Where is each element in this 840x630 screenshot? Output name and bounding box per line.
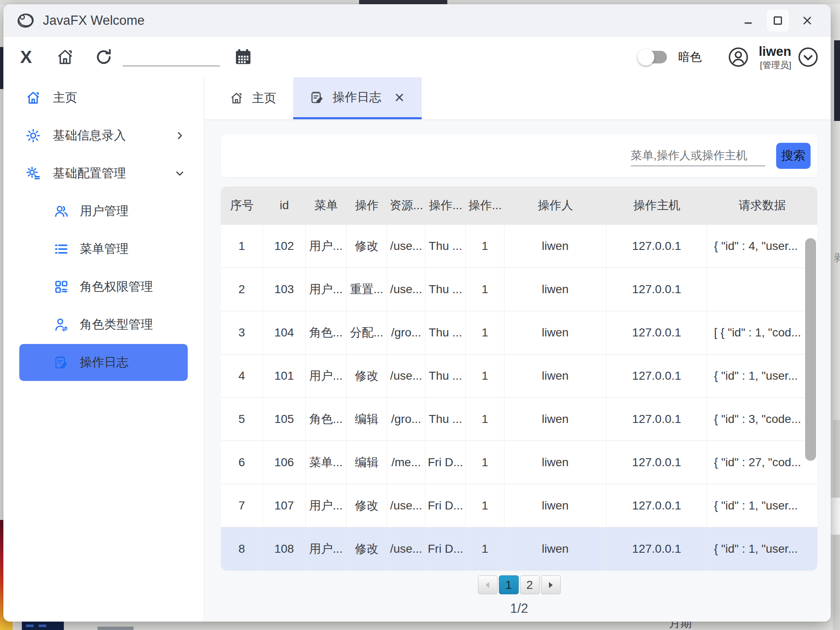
column-header[interactable]: id — [263, 199, 306, 212]
column-header[interactable]: 序号 — [221, 197, 263, 213]
table-cell: liwen — [504, 441, 606, 484]
sidebar-item-label: 菜单管理 — [80, 241, 129, 257]
table-cell: liwen — [504, 311, 606, 354]
table-header: 序号id菜单操作资源...操作...操作...操作人操作主机请求数据 — [221, 186, 817, 224]
app-logo-icon — [16, 11, 35, 30]
table-row[interactable]: 7107用户...修改/use...Fri D...1liwen127.0.0.… — [221, 484, 817, 527]
toolbar-input[interactable] — [123, 48, 220, 66]
dark-mode-toggle[interactable] — [639, 51, 667, 63]
background-artifact — [831, 498, 840, 535]
table-cell: 修改 — [346, 354, 387, 397]
table-cell: Thu ... — [425, 311, 466, 354]
table-cell: 5 — [221, 398, 263, 441]
tab-home[interactable]: 主页 — [213, 77, 293, 119]
home-icon — [229, 91, 244, 105]
sidebar-item-label: 用户管理 — [80, 203, 129, 220]
maximize-button[interactable] — [767, 10, 789, 32]
column-header[interactable]: 菜单 — [306, 197, 346, 213]
column-header[interactable]: 操作... — [425, 197, 466, 213]
column-header[interactable]: 请求数据 — [707, 197, 817, 213]
page-button-2[interactable]: 2 — [520, 575, 540, 594]
app-window: JavaFX Welcome X — [3, 4, 831, 622]
column-header[interactable]: 操作 — [346, 197, 387, 213]
tab-close-icon[interactable] — [394, 92, 405, 103]
chevron-right-icon — [174, 130, 185, 141]
search-button[interactable]: 搜索 — [776, 143, 811, 169]
gear-config-icon — [25, 165, 41, 181]
table-cell — [707, 268, 817, 311]
table-cell: 角色... — [306, 311, 346, 354]
user-avatar-icon[interactable] — [727, 46, 749, 68]
table-row[interactable]: 4101用户...修改/use...Thu ...1liwen127.0.0.1… — [221, 354, 817, 397]
table-cell: 103 — [263, 268, 306, 311]
table-cell: Fri D... — [425, 484, 466, 527]
table-cell: 1 — [466, 484, 504, 527]
toolbar: X 暗色 — [3, 37, 831, 77]
table-cell: 2 — [221, 268, 263, 311]
sidebar-item-label: 基础配置管理 — [53, 165, 126, 182]
table-cell: Thu ... — [425, 225, 466, 268]
table-vertical-scrollbar[interactable] — [805, 238, 816, 461]
sidebar-item-role-type-mgmt[interactable]: 角色类型管理 — [3, 306, 204, 344]
table-row[interactable]: 1102用户...修改/use...Thu ...1liwen127.0.0.1… — [221, 224, 817, 268]
column-header[interactable]: 资源... — [387, 197, 425, 213]
page-button-1[interactable]: 1 — [499, 575, 519, 594]
table-cell: /use... — [387, 354, 425, 397]
sidebar-item-operation-log[interactable]: 操作日志 — [19, 344, 188, 381]
sidebar-item-menu-mgmt[interactable]: 菜单管理 — [3, 230, 204, 268]
column-header[interactable]: 操作主机 — [606, 197, 707, 213]
table-cell: liwen — [504, 484, 606, 527]
sidebar-item-user-mgmt[interactable]: 用户管理 — [3, 192, 204, 230]
table-cell: 1 — [466, 225, 504, 268]
table-row[interactable]: 2103用户...重置.../use...Thu ...1liwen127.0.… — [221, 268, 817, 311]
table-cell: Thu ... — [425, 398, 466, 441]
table-cell: 修改 — [346, 484, 387, 527]
search-input[interactable] — [631, 145, 765, 166]
table-cell: liwen — [504, 398, 606, 441]
table-row[interactable]: 6106菜单...编辑/me...Fri D...1liwen127.0.0.1… — [221, 441, 817, 484]
sidebar-item-role-permission-mgmt[interactable]: 角色权限管理 — [3, 268, 204, 306]
title-bar: JavaFX Welcome — [3, 4, 831, 37]
minimize-button[interactable] — [738, 10, 759, 32]
background-partial-text: 剥 — [834, 251, 840, 265]
search-bar: 搜索 — [221, 134, 817, 177]
tab-operation-log[interactable]: 操作日志 — [293, 77, 422, 119]
sidebar: 主页 基础信息录入 基础配置管理 — [3, 77, 204, 622]
table-cell: 127.0.0.1 — [606, 268, 707, 311]
next-page-button[interactable] — [541, 575, 561, 594]
column-header[interactable]: 操作... — [466, 197, 504, 213]
column-header[interactable]: 操作人 — [504, 197, 606, 213]
background-artifact — [22, 622, 64, 630]
user-menu-chevron-icon[interactable] — [797, 46, 819, 68]
notepad-edit-icon — [54, 355, 69, 370]
table-cell: 用户... — [306, 354, 346, 397]
prev-page-button[interactable] — [478, 575, 498, 594]
page-summary: 1/2 — [510, 601, 528, 616]
table-cell: 127.0.0.1 — [606, 398, 707, 441]
page-operation-log: 搜索 序号id菜单操作资源...操作...操作...操作人操作主机请求数据 11… — [204, 119, 831, 622]
sidebar-item-home[interactable]: 主页 — [3, 79, 204, 117]
table-cell: 127.0.0.1 — [606, 441, 707, 484]
close-button[interactable] — [796, 10, 818, 32]
table-row[interactable]: 3104角色...分配.../gro...Thu ...1liwen127.0.… — [221, 311, 817, 354]
table-cell: 127.0.0.1 — [606, 354, 707, 397]
table-cell: liwen — [504, 225, 606, 268]
home-button[interactable] — [55, 47, 76, 68]
table-cell: 1 — [221, 225, 263, 268]
refresh-button[interactable] — [93, 47, 114, 68]
close-tab-glyph[interactable]: X — [15, 47, 37, 67]
table-cell: /use... — [387, 268, 425, 311]
table-cell: /gro... — [387, 311, 425, 354]
table-row[interactable]: 5105角色...编辑/gro...Thu ...1liwen127.0.0.1… — [221, 397, 817, 441]
table-cell: Fri D... — [425, 441, 466, 484]
background-artifact — [834, 40, 840, 121]
sidebar-item-basic-config-mgmt[interactable]: 基础配置管理 — [3, 155, 204, 192]
table-cell: /gro... — [387, 398, 425, 441]
table-cell: 127.0.0.1 — [606, 311, 707, 354]
table-row[interactable]: 8108用户...修改/use...Fri D...1liwen127.0.0.… — [221, 527, 817, 570]
sidebar-item-label: 角色类型管理 — [80, 316, 153, 333]
calendar-icon[interactable] — [233, 47, 254, 68]
sidebar-item-basic-info-entry[interactable]: 基础信息录入 — [3, 117, 204, 155]
table-cell: Thu ... — [425, 354, 466, 397]
table-cell: 127.0.0.1 — [606, 528, 707, 570]
